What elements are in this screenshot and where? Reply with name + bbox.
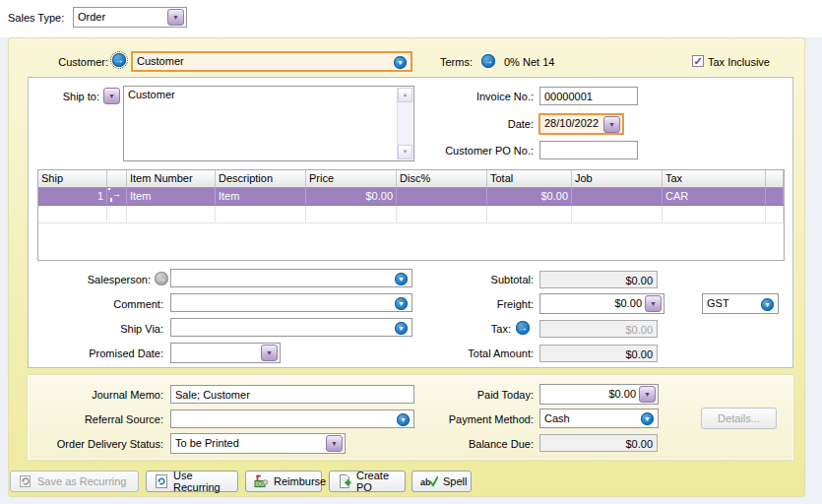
- customer-po-input[interactable]: [539, 141, 638, 159]
- use-recurring-button[interactable]: Use Recurring: [146, 471, 238, 492]
- svg-text:ab: ab: [420, 477, 431, 487]
- balance-due-value: $0.00: [544, 436, 653, 452]
- journal-memo-label: Journal Memo:: [21, 389, 163, 402]
- freight-value: $0.00: [544, 295, 642, 312]
- subtotal-field: $0.00: [539, 271, 658, 288]
- order-delivery-status-label: Order Delivery Status:: [21, 438, 163, 451]
- invoice-no-input[interactable]: 00000001: [539, 87, 638, 105]
- payment-method-value: Cash: [544, 410, 654, 427]
- tax-inclusive-checkbox[interactable]: [692, 55, 704, 67]
- order-delivery-status-select[interactable]: To be Printed: [170, 433, 346, 454]
- customer-detail-arrow-icon[interactable]: [112, 53, 126, 67]
- promised-date-input[interactable]: [170, 343, 281, 363]
- cell-empty: [766, 206, 784, 223]
- date-dropdown-icon[interactable]: [603, 116, 620, 133]
- cell-arrow[interactable]: [107, 188, 127, 205]
- cell-disc[interactable]: [397, 188, 487, 205]
- cell-empty: [216, 206, 306, 223]
- cell-description[interactable]: Item: [216, 188, 306, 205]
- date-input[interactable]: 28/10/2022: [538, 113, 624, 135]
- cell-job[interactable]: [572, 188, 663, 205]
- salesperson-input[interactable]: [170, 269, 412, 287]
- col-header-item-number[interactable]: Item Number: [127, 170, 216, 188]
- salesperson-detail-arrow-icon[interactable]: [155, 272, 168, 285]
- ship-to-value: Customer: [128, 89, 175, 100]
- invoice-no-value: 00000001: [544, 89, 633, 105]
- sales-type-select[interactable]: Order: [73, 7, 187, 28]
- save-as-recurring-label: Save as Recurring: [37, 475, 127, 487]
- customer-dropdown-icon[interactable]: [394, 56, 407, 69]
- create-po-icon: [338, 474, 351, 488]
- col-header-disc[interactable]: Disc%: [397, 170, 487, 188]
- cell-empty: [38, 206, 107, 223]
- terms-label: Terms:: [440, 56, 473, 69]
- total-amount-label: Total Amount:: [395, 347, 534, 360]
- invoice-no-label: Invoice No.:: [375, 91, 534, 103]
- col-header-total[interactable]: Total: [487, 170, 572, 188]
- payment-method-select[interactable]: Cash: [539, 409, 659, 428]
- cell-empty: [127, 206, 216, 223]
- payment-method-label: Payment Method:: [395, 413, 534, 426]
- col-header-job[interactable]: Job: [572, 170, 663, 188]
- ship-via-input[interactable]: [170, 318, 412, 337]
- terms-value: 0% Net 14: [504, 56, 554, 69]
- paid-today-dropdown-icon[interactable]: [639, 386, 656, 403]
- balance-due-label: Balance Due:: [395, 438, 534, 451]
- spell-icon: ab: [420, 474, 438, 488]
- terms-detail-arrow-icon[interactable]: [481, 54, 495, 68]
- col-header-price[interactable]: Price: [306, 170, 397, 188]
- col-header-arrow[interactable]: [107, 170, 127, 188]
- subtotal-value: $0.00: [544, 273, 653, 288]
- cell-price[interactable]: $0.00: [306, 188, 397, 205]
- col-header-description[interactable]: Description: [216, 170, 306, 188]
- paid-today-label: Paid Today:: [395, 389, 534, 402]
- create-po-button[interactable]: Create PO: [329, 471, 406, 492]
- col-header-ship[interactable]: Ship: [38, 170, 107, 188]
- tax-field: $0.00: [539, 320, 658, 338]
- salesperson-label: Salesperson:: [40, 274, 151, 286]
- cell-ship[interactable]: 1: [38, 188, 107, 205]
- reimburse-label: Reimburse: [274, 475, 326, 487]
- spell-button[interactable]: ab Spell: [411, 471, 472, 492]
- tax-detail-arrow-icon[interactable]: [516, 321, 530, 335]
- col-header-filler: [766, 170, 784, 188]
- col-header-tax[interactable]: Tax: [663, 170, 766, 188]
- ship-to-dropdown-icon[interactable]: [103, 88, 120, 104]
- freight-input[interactable]: $0.00: [539, 293, 664, 314]
- spell-label: Spell: [443, 475, 467, 487]
- create-po-label: Create PO: [356, 470, 397, 493]
- comment-input[interactable]: [170, 293, 412, 312]
- cell-tax[interactable]: CAR: [663, 188, 766, 205]
- payment-method-dropdown-icon[interactable]: [641, 412, 654, 425]
- date-label: Date:: [375, 118, 534, 131]
- freight-tax-code-dropdown-icon[interactable]: [761, 298, 774, 311]
- sales-type-dropdown-icon[interactable]: [167, 9, 184, 26]
- order-delivery-status-dropdown-icon[interactable]: [326, 435, 343, 452]
- table-row-empty[interactable]: [38, 206, 784, 223]
- reimburse-button[interactable]: Reimburse: [245, 471, 322, 492]
- freight-tax-code-select[interactable]: GST: [702, 293, 779, 314]
- table-header-row: Ship Item Number Description Price Disc%…: [38, 170, 784, 188]
- table-row[interactable]: 1 Item Item $0.00 $0.00 CAR: [38, 188, 784, 206]
- freight-dropdown-icon[interactable]: [645, 295, 662, 312]
- customer-po-label: Customer PO No.:: [375, 145, 534, 158]
- ship-to-textarea[interactable]: Customer ▲ ▼: [123, 86, 414, 161]
- paid-today-input[interactable]: $0.00: [539, 384, 659, 405]
- cell-empty: [487, 206, 572, 223]
- promised-date-dropdown-icon[interactable]: [261, 345, 278, 361]
- tax-inclusive-label: Tax Inclusive: [708, 56, 770, 69]
- journal-memo-input[interactable]: Sale; Customer: [170, 385, 414, 404]
- freight-label: Freight:: [395, 298, 534, 311]
- customer-label: Customer:: [30, 56, 108, 69]
- save-recurring-icon: [19, 474, 32, 488]
- cell-total[interactable]: $0.00: [487, 188, 572, 205]
- use-recurring-icon: [155, 474, 168, 488]
- details-button[interactable]: Details...: [701, 408, 777, 429]
- referral-source-input[interactable]: [170, 410, 414, 428]
- row-detail-arrow-icon[interactable]: [110, 188, 123, 200]
- cell-item-number[interactable]: Item: [127, 188, 216, 205]
- sales-type-label: Sales Type:: [8, 12, 64, 25]
- customer-input[interactable]: Customer: [131, 51, 412, 72]
- order-delivery-status-value: To be Printed: [175, 435, 341, 452]
- use-recurring-label: Use Recurring: [173, 470, 229, 493]
